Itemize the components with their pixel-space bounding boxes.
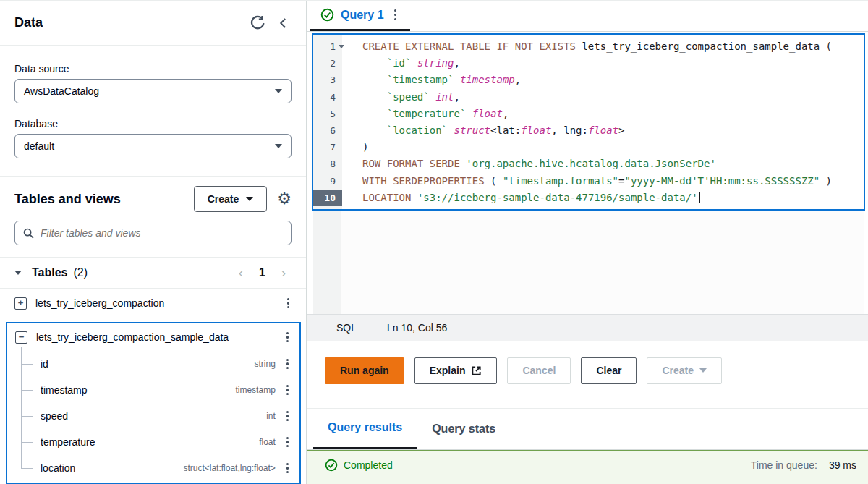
- fold-caret-icon[interactable]: [339, 45, 344, 48]
- chevron-left-icon: [277, 17, 290, 30]
- create-query-button[interactable]: Create: [647, 357, 722, 384]
- tables-group-row: Tables (2) ‹ 1 ›: [0, 258, 306, 288]
- kebab-menu-icon[interactable]: [283, 435, 292, 450]
- line-number: 9: [313, 173, 342, 190]
- refresh-button[interactable]: [248, 14, 267, 33]
- sidebar-header: Data: [0, 1, 306, 46]
- editor-status-bar: SQL Ln 10, Col 56: [307, 314, 868, 341]
- column-row[interactable]: locationstruct<lat:float,lng:float>: [7, 455, 299, 481]
- query-tab-menu-icon[interactable]: [391, 7, 400, 22]
- column-type: string: [254, 359, 275, 369]
- code-line: `speed` int,: [362, 89, 864, 106]
- code-line: `location` struct<lat:float, lng:float>: [362, 122, 864, 139]
- chevron-down-icon: [246, 197, 253, 201]
- chevron-down-icon: [275, 144, 282, 148]
- clear-button[interactable]: Clear: [581, 357, 637, 384]
- explain-button-label: Explain: [430, 365, 466, 376]
- cursor-position: Ln 10, Col 56: [387, 322, 447, 334]
- athena-query-editor: Data Data source AwsDataCat: [0, 0, 868, 484]
- code-line: LOCATION 's3://iceberg-sample-data-47719…: [362, 190, 864, 206]
- page-number: 1: [255, 266, 270, 279]
- line-number: 6: [313, 122, 342, 139]
- code-line: CREATE EXTERNAL TABLE IF NOT EXISTS lets…: [362, 38, 864, 55]
- column-name: location: [41, 462, 176, 474]
- query-tab[interactable]: Query 1: [310, 1, 410, 31]
- collapse-panel-button[interactable]: [276, 15, 292, 31]
- database-label: Database: [14, 118, 292, 130]
- table-row-collapsed[interactable]: + lets_try_iceberg_compaction: [0, 289, 306, 318]
- kebab-menu-icon[interactable]: [284, 296, 293, 311]
- line-number: 1: [313, 38, 342, 55]
- tables-count: (2): [74, 266, 88, 279]
- collapse-icon[interactable]: −: [15, 331, 27, 344]
- code-line: `temperature` float,: [362, 106, 864, 122]
- line-number: 5: [313, 106, 342, 122]
- query-panel: Query 1 12345678910 CREATE EXTERNAL TABL…: [307, 1, 868, 484]
- filter-box: [14, 221, 292, 245]
- actions-toolbar: Run again Explain Cancel Clear Create: [307, 341, 868, 384]
- data-source-value: AwsDataCatalog: [24, 85, 99, 97]
- tree-line: [21, 390, 33, 391]
- column-name: speed: [41, 410, 259, 422]
- source-database-section: Data source AwsDataCatalog Database defa…: [0, 46, 306, 176]
- cancel-button[interactable]: Cancel: [507, 357, 571, 384]
- line-number: 7: [313, 139, 342, 156]
- line-number: 2: [313, 55, 342, 72]
- column-row[interactable]: timestamptimestamp: [7, 377, 299, 403]
- line-number: 4: [313, 89, 342, 106]
- query-tab-bar: Query 1: [307, 1, 868, 32]
- kebab-menu-icon[interactable]: [283, 461, 292, 476]
- column-row[interactable]: temperaturefloat: [7, 429, 299, 455]
- column-row[interactable]: idstring: [7, 351, 299, 377]
- code-line: `id` string,: [362, 55, 864, 72]
- kebab-menu-icon[interactable]: [283, 383, 292, 398]
- line-number: 10: [313, 190, 342, 206]
- kebab-menu-icon[interactable]: [283, 357, 292, 372]
- search-icon: [22, 227, 35, 239]
- chevron-down-icon: [699, 368, 707, 373]
- kebab-menu-icon[interactable]: [283, 330, 292, 345]
- column-row[interactable]: speedint: [7, 403, 299, 429]
- tab-query-results[interactable]: Query results: [313, 409, 417, 449]
- expand-icon[interactable]: +: [14, 297, 27, 310]
- table-row-expanded[interactable]: − lets_try_iceberg_compaction_sample_dat…: [7, 323, 299, 351]
- tables-and-views-title: Tables and views: [14, 192, 194, 207]
- kebab-menu-icon[interactable]: [283, 409, 292, 424]
- tree-line: [21, 364, 33, 365]
- filter-tables-input[interactable]: [41, 227, 284, 239]
- run-again-button[interactable]: Run again: [325, 357, 404, 384]
- create-button-label: Create: [208, 193, 239, 205]
- column-type: int: [266, 411, 276, 421]
- table-name[interactable]: lets_try_iceberg_compaction_sample_data: [36, 331, 274, 343]
- refresh-icon: [250, 15, 265, 31]
- query-status-bar: Completed Time in queue: 39 ms: [307, 450, 868, 484]
- data-source-select[interactable]: AwsDataCatalog: [14, 79, 292, 103]
- tree-line: [21, 468, 33, 469]
- tree-line: [21, 416, 33, 417]
- create-query-label: Create: [662, 365, 694, 376]
- page-prev-button[interactable]: ‹: [233, 266, 249, 281]
- column-name: timestamp: [41, 384, 228, 396]
- editor-code-area[interactable]: CREATE EXTERNAL TABLE IF NOT EXISTS lets…: [342, 35, 864, 209]
- collapse-tables-icon[interactable]: [14, 271, 22, 275]
- code-line: WITH SERDEPROPERTIES ( "timestamp.format…: [362, 173, 864, 190]
- text-cursor: [699, 192, 700, 203]
- database-select[interactable]: default: [14, 134, 292, 158]
- column-type: struct<lat:float,lng:float>: [183, 463, 275, 473]
- database-value: default: [24, 140, 54, 152]
- page-next-button[interactable]: ›: [276, 266, 292, 281]
- gear-icon[interactable]: ⚙: [277, 191, 292, 207]
- sql-editor[interactable]: 12345678910 CREATE EXTERNAL TABLE IF NOT…: [312, 33, 865, 211]
- line-number: 8: [313, 156, 342, 172]
- check-circle-icon: [325, 459, 338, 472]
- explain-button[interactable]: Explain: [414, 357, 498, 384]
- time-in-queue-label: Time in queue:: [751, 459, 817, 471]
- tab-query-stats[interactable]: Query stats: [417, 409, 510, 449]
- editor-empty-area[interactable]: [313, 211, 864, 314]
- table-name[interactable]: lets_try_iceberg_compaction: [35, 297, 275, 309]
- column-name: id: [41, 358, 247, 370]
- filter-section: [0, 218, 306, 257]
- line-number: 3: [313, 72, 342, 88]
- create-button[interactable]: Create: [194, 186, 268, 212]
- selected-table-panel: − lets_try_iceberg_compaction_sample_dat…: [6, 322, 301, 484]
